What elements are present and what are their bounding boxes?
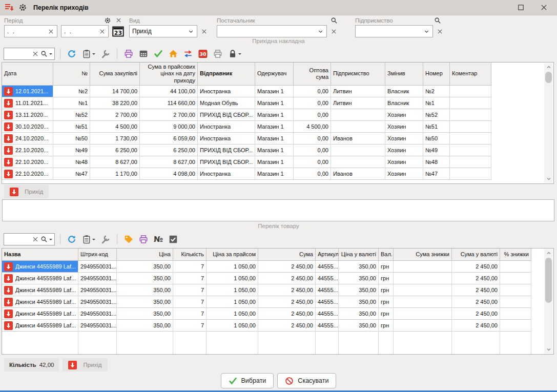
grid-cell[interactable]: 2 700,00 [140,109,198,121]
grid-cell[interactable] [450,97,491,109]
grid-cell[interactable]: Хозяин [385,121,423,133]
column-header[interactable]: % знижки [500,249,531,261]
grid-cell[interactable]: №1 [423,97,450,109]
grid-cell[interactable]: Хозяин [385,156,423,168]
scroll-down-icon[interactable] [544,175,553,183]
grid-cell[interactable]: №49 [53,145,90,156]
grid-cell[interactable] [394,261,452,273]
grid-cell[interactable]: 22.10.2020... [2,156,53,168]
period-clear-icon[interactable] [115,17,122,24]
invoices-vertical-scrollbar[interactable] [544,63,553,183]
grid-cell[interactable]: 2 450,00 [452,308,500,320]
grid-cell[interactable]: 2949550031... [78,320,117,332]
column-header[interactable]: Номер [423,63,450,86]
grid-cell[interactable]: 1 050,00 [207,261,258,273]
grid-cell[interactable]: 350,00 [117,284,173,296]
column-header[interactable]: Відправник [198,63,255,86]
grid-cell[interactable] [450,86,491,97]
scroll-down-icon[interactable] [544,345,553,354]
lock-button[interactable] [226,47,243,60]
grid-cell[interactable] [500,261,531,273]
grid-cell[interactable] [500,273,531,284]
column-header[interactable]: Ціна [117,249,173,261]
grid-cell[interactable]: 2 700,00 [90,109,140,121]
wrench-button[interactable] [99,47,112,60]
grid-cell[interactable]: 13.11.2020... [2,109,53,121]
grid-cell[interactable] [450,121,491,133]
grid-cell[interactable]: №50 [423,133,450,145]
cancel-button[interactable]: Скасувати [277,373,336,388]
scrollbar-thumb[interactable] [545,258,552,303]
grid-cell[interactable]: №52 [423,109,450,121]
grid-cell[interactable]: 12.01.2021... [2,86,53,97]
grid-cell[interactable]: Литвин [331,97,385,109]
close-button[interactable] [534,0,553,15]
column-header[interactable]: Артикул [316,249,339,261]
refresh-button[interactable] [66,233,78,246]
comment-box[interactable] [2,199,554,221]
grid-cell[interactable]: 2 450,00 [258,273,316,284]
grid-cell[interactable] [450,168,491,180]
grid-cell[interactable]: Магазин 1 [255,133,294,145]
enterprise-clear-icon[interactable] [437,28,443,35]
grid-cell[interactable]: 2949550031... [78,273,117,284]
grid-cell[interactable]: Джинси 44555989 Laf... [2,273,78,284]
tag-button[interactable] [122,233,135,246]
table-row[interactable]: 22.10.2020...№471 170,004 098,00Иностран… [2,168,553,180]
grid-cell[interactable]: 350,00 [339,320,379,332]
grid-cell[interactable]: грн [379,273,394,284]
invoices-search-input[interactable] [4,48,55,60]
search-icon[interactable] [40,236,48,243]
column-header[interactable]: Штрих-код [78,249,117,261]
column-header[interactable]: Змінив [385,63,423,86]
view-clear-icon[interactable] [201,28,208,35]
printer-gray-button[interactable] [212,47,224,60]
grid-cell[interactable]: Хозяин [385,133,423,145]
grid-cell[interactable]: 1 050,00 [207,284,258,296]
select-button[interactable]: Вибрати [221,373,274,388]
grid-cell[interactable]: ПРИХІД ВІД СБОР... [198,145,255,156]
grid-cell[interactable]: 2 450,00 [452,273,500,284]
grid-cell[interactable]: Иванов [331,133,385,145]
grid-cell[interactable]: №52 [53,109,90,121]
grid-cell[interactable]: 6 059,60 [140,133,198,145]
grid-cell[interactable]: 0,00 [294,145,331,156]
grid-cell[interactable] [394,320,452,332]
search-icon[interactable] [40,50,48,57]
grid-cell[interactable]: 2 450,00 [258,320,316,332]
grid-cell[interactable]: грн [379,284,394,296]
grid-cell[interactable]: 350,00 [339,261,379,273]
tab-prihid-bottom[interactable]: Прихід [63,358,107,372]
grid-cell[interactable]: грн [379,296,394,308]
grid-cell[interactable]: 22.10.2020... [2,168,53,180]
grid-cell[interactable]: 1 050,00 [207,296,258,308]
grid-cell[interactable]: №50 [53,133,90,145]
grid-cell[interactable]: 350,00 [117,320,173,332]
grid-cell[interactable]: Магазин 1 [255,121,294,133]
grid-cell[interactable]: Магазин 1 [255,168,294,180]
checkbox-button[interactable] [167,233,179,246]
grid-cell[interactable]: 7 [173,284,207,296]
grid-cell[interactable]: №47 [423,168,450,180]
grid-cell[interactable]: 350,00 [117,296,173,308]
maximize-button[interactable] [511,0,530,15]
grid-cell[interactable]: 0,00 [294,168,331,180]
grid-cell[interactable]: Иностранка [198,133,255,145]
home-button[interactable] [167,47,179,60]
grid-cell[interactable] [331,145,385,156]
grid-cell[interactable]: 1 170,00 [90,168,140,180]
grid-cell[interactable]: 24.10.2020... [2,133,53,145]
search-clear-icon[interactable] [32,236,39,243]
table-row[interactable]: 12.01.2021...№214 700,0044 100,00Иностра… [2,86,553,97]
table-row[interactable]: 11.01.2021...№138 220,00114 660,00Модная… [2,97,553,109]
grid-cell[interactable]: 2 450,00 [452,284,500,296]
grid-cell[interactable]: ПРИХІД ВІД СБОР... [198,109,255,121]
grid-cell[interactable] [331,109,385,121]
grid-cell[interactable]: 44555... [316,273,339,284]
grid-cell[interactable]: 2 450,00 [258,296,316,308]
grid-cell[interactable]: Иностранка [198,86,255,97]
scroll-up-icon[interactable] [544,249,553,257]
grid-cell[interactable]: 6 250,00 [90,145,140,156]
grid-cell[interactable]: 0,00 [294,109,331,121]
grid-cell[interactable]: 6 250,00 [140,145,198,156]
